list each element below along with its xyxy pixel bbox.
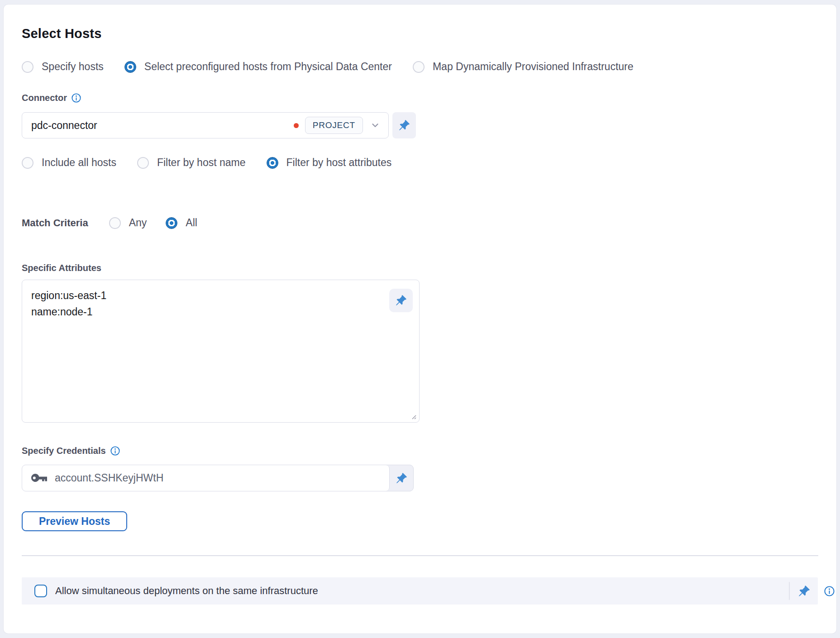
- radio-dynamic-infrastructure[interactable]: Map Dynamically Provisioned Infrastructu…: [413, 61, 634, 73]
- pin-icon: [396, 472, 407, 484]
- connector-pin-button[interactable]: [392, 112, 416, 138]
- specific-attributes-label-row: Specific Attributes: [22, 262, 818, 273]
- info-icon[interactable]: [110, 446, 120, 456]
- footer-row: Allow simultaneous deployments on the sa…: [22, 577, 835, 605]
- simultaneous-deployments-label: Allow simultaneous deployments on the sa…: [55, 585, 318, 597]
- radio-match-any[interactable]: Any: [109, 217, 147, 229]
- radio-label: Filter by host name: [157, 157, 246, 169]
- connector-input[interactable]: pdc-connector PROJECT: [22, 112, 389, 138]
- radio-match-all[interactable]: All: [166, 217, 197, 229]
- radio-label: Include all hosts: [42, 157, 116, 169]
- chevron-down-icon[interactable]: [370, 120, 380, 130]
- connector-field-group: pdc-connector PROJECT: [22, 112, 818, 138]
- radio-label: Any: [129, 217, 147, 229]
- footer-info-icon[interactable]: [824, 586, 835, 596]
- radio-label: All: [186, 217, 197, 229]
- radio-label: Specify hosts: [42, 61, 104, 73]
- radio-icon[interactable]: [137, 157, 149, 169]
- radio-include-all-hosts[interactable]: Include all hosts: [22, 157, 116, 169]
- specific-attributes-textarea[interactable]: region:us-east-1 name:node-1: [22, 280, 420, 423]
- radio-specify-hosts[interactable]: Specify hosts: [22, 61, 104, 73]
- footer-pin-button[interactable]: [790, 577, 818, 605]
- credentials-input[interactable]: account.SSHKeyjHWtH: [22, 465, 390, 491]
- pin-icon: [798, 585, 810, 597]
- connector-value: pdc-connector: [31, 119, 294, 132]
- radio-icon[interactable]: [166, 217, 177, 229]
- scope-badge: PROJECT: [305, 117, 363, 134]
- radio-filter-by-host-attributes[interactable]: Filter by host attributes: [267, 157, 392, 169]
- info-icon[interactable]: [72, 93, 81, 103]
- pin-icon: [398, 119, 410, 131]
- credentials-label: Specify Credentials: [22, 445, 106, 456]
- credentials-label-row: Specify Credentials: [22, 445, 818, 456]
- radio-label: Select preconfigured hosts from Physical…: [144, 61, 392, 73]
- radio-icon[interactable]: [124, 61, 136, 73]
- connector-label: Connector: [22, 92, 67, 103]
- specific-attributes-label: Specific Attributes: [22, 262, 101, 273]
- radio-icon[interactable]: [267, 157, 278, 169]
- radio-icon[interactable]: [22, 157, 33, 169]
- host-source-radio-group: Specify hosts Select preconfigured hosts…: [22, 61, 818, 73]
- simultaneous-deployments-bar: Allow simultaneous deployments on the sa…: [22, 577, 818, 605]
- radio-filter-by-host-name[interactable]: Filter by host name: [137, 157, 246, 169]
- credentials-field[interactable]: account.SSHKeyjHWtH: [22, 465, 414, 491]
- required-dot: [294, 123, 299, 128]
- connector-label-row: Connector: [22, 92, 818, 103]
- radio-label: Map Dynamically Provisioned Infrastructu…: [433, 61, 634, 73]
- radio-icon[interactable]: [413, 61, 425, 73]
- radio-preconfigured-hosts[interactable]: Select preconfigured hosts from Physical…: [124, 61, 392, 73]
- select-hosts-panel: Select Hosts Specify hosts Select precon…: [4, 5, 836, 633]
- attributes-pin-button[interactable]: [389, 289, 413, 312]
- host-filter-radio-group: Include all hosts Filter by host name Fi…: [22, 157, 818, 169]
- resize-handle-icon[interactable]: [410, 413, 417, 420]
- radio-icon[interactable]: [22, 61, 33, 73]
- simultaneous-deployments-checkbox[interactable]: [34, 585, 47, 597]
- radio-icon[interactable]: [109, 217, 121, 229]
- credentials-value: account.SSHKeyjHWtH: [55, 472, 163, 484]
- preview-hosts-button[interactable]: Preview Hosts: [22, 511, 127, 531]
- specific-attributes-field: region:us-east-1 name:node-1: [22, 280, 420, 423]
- credentials-pin-button[interactable]: [390, 465, 413, 491]
- radio-label: Filter by host attributes: [286, 157, 392, 169]
- info-icon: [824, 586, 835, 596]
- page-title: Select Hosts: [22, 26, 818, 41]
- key-icon: [31, 474, 48, 482]
- match-criteria-group: Match Criteria Any All: [22, 217, 818, 229]
- section-divider: [22, 555, 818, 556]
- pin-icon: [395, 295, 407, 306]
- match-criteria-label: Match Criteria: [22, 217, 88, 229]
